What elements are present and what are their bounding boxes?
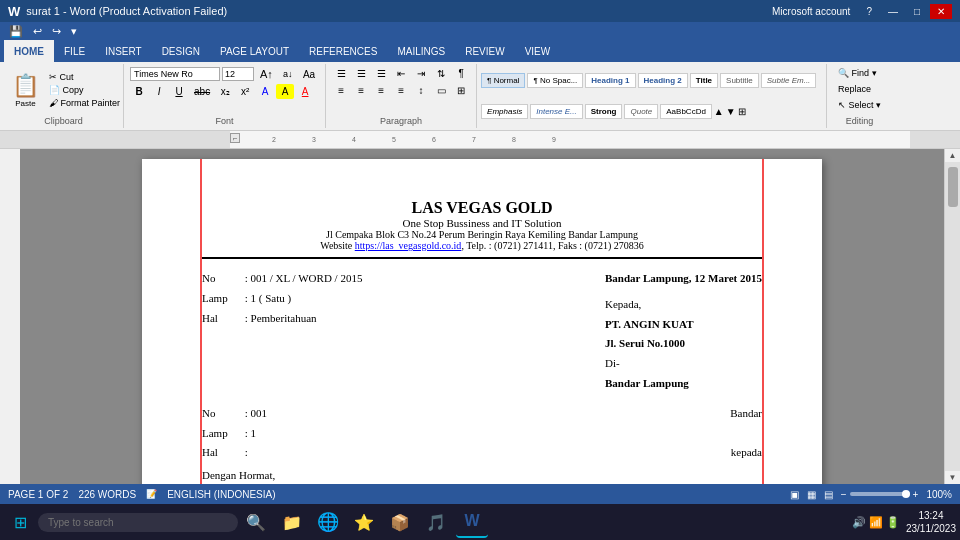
style-strong[interactable]: Strong — [585, 104, 623, 119]
tab-references[interactable]: REFERENCES — [299, 40, 387, 62]
format-painter-button[interactable]: 🖌 Format Painter — [48, 97, 121, 109]
tab-marker[interactable]: ⌐ — [230, 133, 240, 143]
minimize-button[interactable]: — — [882, 4, 904, 19]
clipboard-small-buttons: ✂ Cut 📄 Copy 🖌 Format Painter — [48, 71, 121, 109]
taskbar-search-input[interactable] — [38, 513, 238, 532]
find-button[interactable]: 🔍 Find ▾ — [833, 66, 886, 80]
font-size-input[interactable] — [222, 67, 254, 81]
increase-indent-button[interactable]: ⇥ — [412, 66, 430, 81]
vertical-scrollbar[interactable]: ▲ ▼ — [944, 149, 960, 484]
close-button[interactable]: ✕ — [930, 4, 952, 19]
copy-button[interactable]: 📄 Copy — [48, 84, 121, 96]
taskbar-music-icon[interactable]: 🎵 — [420, 506, 452, 538]
zoom-slider[interactable] — [850, 492, 910, 496]
zoom-slider-thumb[interactable] — [902, 490, 910, 498]
ruler-mark-6: 6 — [432, 136, 436, 143]
maximize-button[interactable]: □ — [908, 4, 926, 19]
subscript-button[interactable]: x₂ — [216, 84, 234, 99]
view-normal-icon[interactable]: ▣ — [790, 489, 799, 500]
tab-page-layout[interactable]: PAGE LAYOUT — [210, 40, 299, 62]
style-normal[interactable]: ¶ Normal — [481, 73, 525, 88]
help-button[interactable]: ? — [860, 4, 878, 19]
tab-home[interactable]: HOME — [4, 40, 54, 62]
bullets-button[interactable]: ☰ — [332, 66, 350, 81]
select-button[interactable]: ↖ Select ▾ — [833, 98, 886, 112]
tab-mailings[interactable]: MAILINGS — [387, 40, 455, 62]
tab-file[interactable]: FILE — [54, 40, 95, 62]
save-quick-button[interactable]: 💾 — [6, 24, 26, 39]
style-no-spacing[interactable]: ¶ No Spac... — [527, 73, 583, 88]
superscript-button[interactable]: x² — [236, 84, 254, 99]
taskbar-edge-icon[interactable]: 🌐 — [312, 506, 344, 538]
taskbar-file-explorer-icon[interactable]: 📁 — [276, 506, 308, 538]
justify-button[interactable]: ≡ — [392, 83, 410, 98]
text-effects-button[interactable]: A — [256, 84, 274, 99]
shading-button[interactable]: ▭ — [432, 83, 450, 98]
zoom-control[interactable]: − + — [841, 489, 919, 500]
taskbar-word-icon[interactable]: W — [456, 506, 488, 538]
tab-view[interactable]: VIEW — [515, 40, 561, 62]
scroll-up-button[interactable]: ▲ — [945, 149, 960, 162]
website-link[interactable]: https://las_vegasgold.co.id — [355, 240, 462, 251]
style-quote[interactable]: Quote — [624, 104, 658, 119]
clipboard-group: 📋 Paste ✂ Cut 📄 Copy 🖌 Format Painter Cl… — [4, 64, 124, 128]
styles-expand[interactable]: ⊞ — [738, 106, 746, 117]
start-button[interactable]: ⊞ — [4, 506, 36, 538]
paste-button[interactable]: 📋 Paste — [6, 71, 45, 110]
zoom-in-button[interactable]: + — [913, 489, 919, 500]
scroll-track[interactable] — [945, 162, 960, 471]
cut-button[interactable]: ✂ Cut — [48, 71, 121, 83]
italic-button[interactable]: I — [150, 84, 168, 99]
view-web-icon[interactable]: ▦ — [807, 489, 816, 500]
styles-scroll-down[interactable]: ▼ — [726, 106, 736, 117]
font-shrink-button[interactable]: a↓ — [279, 67, 297, 81]
line-spacing-button[interactable]: ↕ — [412, 83, 430, 98]
styles-scroll-up[interactable]: ▲ — [714, 106, 724, 117]
bold-button[interactable]: B — [130, 84, 148, 99]
center-button[interactable]: ≡ — [352, 83, 370, 98]
font-color-button[interactable]: A — [296, 84, 314, 99]
tab-design[interactable]: DESIGN — [152, 40, 210, 62]
multilevel-button[interactable]: ☰ — [372, 66, 390, 81]
undo-quick-button[interactable]: ↩ — [30, 24, 45, 39]
quick-access-dropdown[interactable]: ▾ — [68, 24, 80, 39]
tab-insert[interactable]: INSERT — [95, 40, 152, 62]
style-subtle-em[interactable]: Subtle Em... — [761, 73, 817, 88]
clear-formatting-button[interactable]: Aa — [299, 67, 319, 82]
taskbar-dropbox-icon[interactable]: 📦 — [384, 506, 416, 538]
align-right-button[interactable]: ≡ — [372, 83, 390, 98]
underline-button[interactable]: U — [170, 84, 188, 99]
scroll-down-button[interactable]: ▼ — [945, 471, 960, 484]
taskbar-search-icon[interactable]: 🔍 — [240, 506, 272, 538]
style-subtitle[interactable]: Subtitle — [720, 73, 759, 88]
style-intense-e[interactable]: Intense E... — [530, 104, 582, 119]
style-heading2[interactable]: Heading 2 — [638, 73, 688, 88]
quick-access-toolbar: 💾 ↩ ↪ ▾ — [0, 22, 960, 40]
sort-button[interactable]: ⇅ — [432, 66, 450, 81]
taskbar: ⊞ 🔍 📁 🌐 ⭐ 📦 🎵 W 🔊 📶 🔋 13:24 23/11/2023 — [0, 504, 960, 540]
zoom-out-button[interactable]: − — [841, 489, 847, 500]
style-aabbccdd[interactable]: AaBbCcDd — [660, 104, 712, 119]
style-emphasis[interactable]: Emphasis — [481, 104, 528, 119]
style-heading1[interactable]: Heading 1 — [585, 73, 635, 88]
tab-review[interactable]: REVIEW — [455, 40, 514, 62]
numbering-button[interactable]: ☰ — [352, 66, 370, 81]
view-read-icon[interactable]: ▤ — [824, 489, 833, 500]
align-left-button[interactable]: ≡ — [332, 83, 350, 98]
borders-button[interactable]: ⊞ — [452, 83, 470, 98]
font-name-input[interactable] — [130, 67, 220, 81]
scroll-thumb[interactable] — [948, 167, 958, 207]
document-area[interactable]: LAS VEGAS GOLD One Stop Bussiness and IT… — [20, 149, 944, 484]
show-hide-button[interactable]: ¶ — [452, 66, 470, 81]
style-title[interactable]: Title — [690, 73, 718, 88]
highlight-button[interactable]: A — [276, 84, 294, 99]
decrease-indent-button[interactable]: ⇤ — [392, 66, 410, 81]
replace-button[interactable]: Replace — [833, 82, 886, 96]
ruler: 1 2 3 4 5 6 7 8 9 ⌐ — [0, 131, 960, 149]
language-indicator[interactable]: ENGLISH (INDONESIA) — [167, 489, 275, 500]
editing-label: Editing — [833, 114, 886, 126]
redo-quick-button[interactable]: ↪ — [49, 24, 64, 39]
font-grow-button[interactable]: A↑ — [256, 66, 277, 82]
taskbar-star-icon[interactable]: ⭐ — [348, 506, 380, 538]
strikethrough-button[interactable]: abc — [190, 84, 214, 99]
